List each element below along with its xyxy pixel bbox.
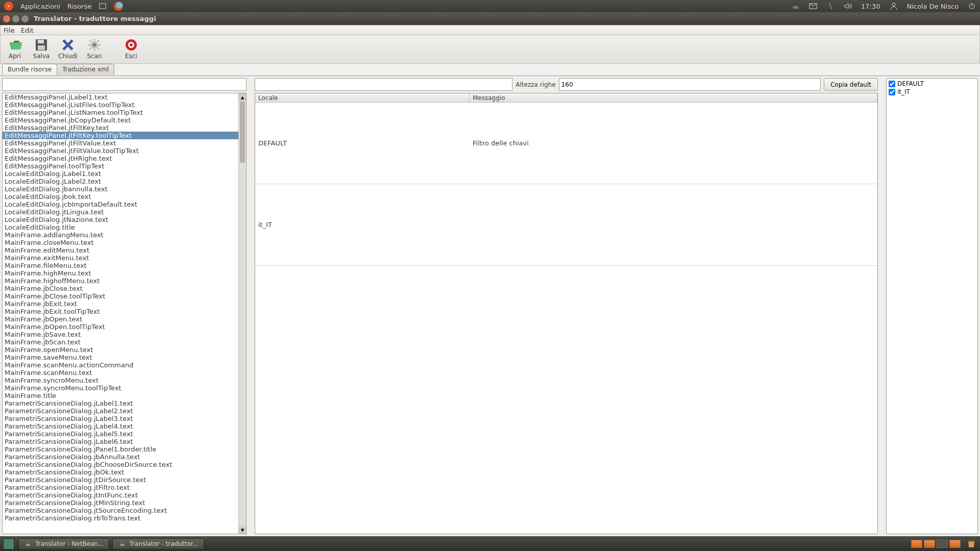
key-list-item[interactable]: EditMessaggiPanel.jtFiltValue.text — [3, 139, 238, 147]
tab-traduzione-xml[interactable]: Traduzione xml — [57, 64, 114, 75]
key-list-item[interactable]: ParametriScansioneDialog.jbChooseDirSour… — [3, 461, 238, 468]
key-list-item[interactable]: ParametriScansioneDialog.jPanel1.border.… — [3, 445, 238, 453]
key-list-item[interactable]: EditMessaggiPanel.jtHRighe.text — [3, 155, 238, 162]
exit-button[interactable]: Esci — [120, 37, 142, 63]
scroll-thumb[interactable] — [240, 102, 245, 163]
key-list-item[interactable]: LocaleEditDialog.jbok.text — [3, 193, 238, 201]
key-list-item[interactable]: LocaleEditDialog.title — [3, 223, 238, 231]
key-list-item[interactable]: EditMessaggiPanel.jtFiltKey.toolTipText — [3, 132, 238, 139]
taskbar-item-netbeans[interactable]: ☕ Translator - NetBean... — [18, 538, 109, 549]
splitter-left[interactable] — [249, 76, 253, 536]
workspace-4[interactable] — [949, 540, 961, 548]
key-list-item[interactable]: MainFrame.saveMenu.text — [3, 354, 238, 361]
network-icon[interactable] — [792, 2, 800, 10]
key-list-item[interactable]: LocaleEditDialog.jLabel1.text — [3, 170, 238, 178]
table-row[interactable]: it_IT — [255, 184, 877, 266]
key-list-item[interactable]: MainFrame.editMenu.text — [3, 246, 238, 254]
key-list-item[interactable]: LocaleEditDialog.jcbImportaDefault.text — [3, 201, 238, 208]
window-indicator-icon[interactable] — [99, 2, 107, 10]
user-name[interactable]: Nicola De Nisco — [907, 3, 959, 10]
scroll-up-button[interactable]: ▴ — [239, 93, 246, 101]
key-list[interactable]: EditMessaggiPanel.jLabel1.textEditMessag… — [3, 93, 238, 534]
key-list-item[interactable]: MainFrame.title — [3, 392, 238, 399]
cell-message[interactable] — [470, 184, 877, 265]
key-list-item[interactable]: EditMessaggiPanel.jListFiles.toolTipText — [3, 101, 238, 109]
mail-icon[interactable] — [809, 2, 817, 10]
table-row[interactable]: DEFAULTFiltro delle chiavi — [255, 103, 877, 184]
workspace-switcher[interactable] — [911, 540, 961, 548]
key-list-item[interactable]: ParametriScansioneDialog.jtSourceEncodin… — [3, 507, 238, 514]
updates-icon[interactable] — [826, 2, 835, 10]
window-close-button[interactable] — [3, 15, 10, 22]
key-list-item[interactable]: MainFrame.jbScan.text — [3, 338, 238, 346]
key-list-item[interactable]: EditMessaggiPanel.toolTipText — [3, 162, 238, 170]
key-list-item[interactable]: MainFrame.openMenu.text — [3, 346, 238, 354]
key-list-item[interactable]: EditMessaggiPanel.jbCopyDefault.text — [3, 116, 238, 124]
window-minimize-button[interactable] — [12, 15, 19, 22]
key-list-item[interactable]: ParametriScansioneDialog.jtMinString.tex… — [3, 499, 238, 507]
key-list-item[interactable]: MainFrame.jbClose.toolTipText — [3, 292, 238, 300]
key-list-item[interactable]: LocaleEditDialog.jtLingua.text — [3, 208, 238, 216]
cell-locale[interactable]: it_IT — [255, 184, 470, 265]
key-list-item[interactable]: ParametriScansioneDialog.jtFiltro.text — [3, 484, 238, 491]
key-list-item[interactable]: ParametriScansioneDialog.jLabel3.text — [3, 415, 238, 422]
key-list-item[interactable]: MainFrame.highMenu.text — [3, 269, 238, 277]
key-list-item[interactable]: MainFrame.jbExit.toolTipText — [3, 308, 238, 315]
locale-checkbox[interactable] — [889, 81, 895, 87]
open-button[interactable]: Apri — [4, 37, 26, 63]
cell-locale[interactable]: DEFAULT — [255, 103, 470, 184]
row-height-input[interactable] — [559, 78, 821, 91]
key-list-item[interactable]: EditMessaggiPanel.jtFiltKey.text — [3, 124, 238, 132]
clock[interactable]: 17:30 — [861, 3, 880, 10]
locale-item[interactable]: DEFAULT — [889, 80, 975, 88]
key-list-item[interactable]: MainFrame.highoffMenu.text — [3, 277, 238, 285]
scrollbar-vertical[interactable]: ▴ ▾ — [238, 93, 246, 534]
close-button[interactable]: Chiudi — [57, 37, 79, 63]
key-list-item[interactable]: ParametriScansioneDialog.rbToTrans.text — [3, 514, 238, 522]
window-maximize-button[interactable] — [21, 15, 29, 22]
key-list-item[interactable]: ParametriScansioneDialog.jtDirSource.tex… — [3, 476, 238, 484]
key-list-item[interactable]: EditMessaggiPanel.jtFiltValue.toolTipTex… — [3, 147, 238, 155]
firefox-icon[interactable] — [114, 2, 123, 11]
resources-menu[interactable]: Risorse — [67, 3, 92, 10]
key-list-item[interactable]: EditMessaggiPanel.jListNames.toolTipText — [3, 109, 238, 116]
key-list-item[interactable]: ParametriScansioneDialog.jLabel1.text — [3, 399, 238, 407]
key-list-item[interactable]: MainFrame.jbOpen.toolTipText — [3, 323, 238, 331]
key-list-item[interactable]: LocaleEditDialog.jLabel2.text — [3, 178, 238, 185]
scroll-down-button[interactable]: ▾ — [239, 526, 246, 534]
trash-icon[interactable] — [966, 538, 977, 549]
locale-item[interactable]: it_IT — [889, 88, 975, 96]
save-button[interactable]: Salva — [30, 37, 53, 63]
key-list-item[interactable]: ParametriScansioneDialog.jLabel4.text — [3, 422, 238, 430]
show-desktop-button[interactable] — [3, 538, 14, 549]
key-list-item[interactable]: MainFrame.jbOpen.text — [3, 315, 238, 323]
splitter-right[interactable] — [880, 76, 884, 536]
key-list-item[interactable]: ParametriScansioneDialog.jbOk.text — [3, 468, 238, 476]
scan-button[interactable]: Scan — [83, 37, 106, 63]
key-filter-input[interactable] — [2, 78, 247, 91]
volume-icon[interactable] — [844, 2, 852, 10]
key-list-item[interactable]: MainFrame.closeMenu.text — [3, 239, 238, 246]
applications-menu[interactable]: Applicazioni — [20, 3, 60, 10]
menu-file[interactable]: File — [4, 27, 15, 34]
key-list-item[interactable]: MainFrame.scanMenu.text — [3, 369, 238, 377]
key-list-item[interactable]: ParametriScansioneDialog.jLabel5.text — [3, 430, 238, 438]
key-list-item[interactable]: MainFrame.syncroMenu.text — [3, 377, 238, 384]
key-list-item[interactable]: MainFrame.jbExit.text — [3, 300, 238, 308]
key-list-item[interactable]: ParametriScansioneDialog.jLabel2.text — [3, 407, 238, 415]
window-titlebar[interactable]: Translator - traduttore messaggi — [0, 12, 980, 25]
key-list-item[interactable]: LocaleEditDialog.jtNazione.text — [3, 216, 238, 223]
taskbar-item-translator[interactable]: ☕ Translator - traduttor... — [112, 538, 204, 549]
key-list-item[interactable]: LocaleEditDialog.jbannulla.text — [3, 185, 238, 193]
key-list-item[interactable]: MainFrame.fileMenu.text — [3, 262, 238, 269]
workspace-3[interactable] — [937, 540, 948, 548]
message-filter-input[interactable] — [255, 78, 512, 91]
key-list-item[interactable]: ParametriScansioneDialog.jtIntFunc.text — [3, 491, 238, 499]
workspace-1[interactable] — [911, 540, 922, 548]
key-list-item[interactable]: EditMessaggiPanel.jLabel1.text — [3, 93, 238, 101]
key-list-item[interactable]: ParametriScansioneDialog.jLabel6.text — [3, 438, 238, 445]
menu-edit[interactable]: Edit — [21, 27, 34, 34]
ubuntu-icon[interactable] — [4, 2, 13, 11]
key-list-item[interactable]: ParametriScansioneDialog.jbAnnulla.text — [3, 453, 238, 461]
tab-bundle-risorse[interactable]: Bundle risorse — [2, 64, 57, 75]
